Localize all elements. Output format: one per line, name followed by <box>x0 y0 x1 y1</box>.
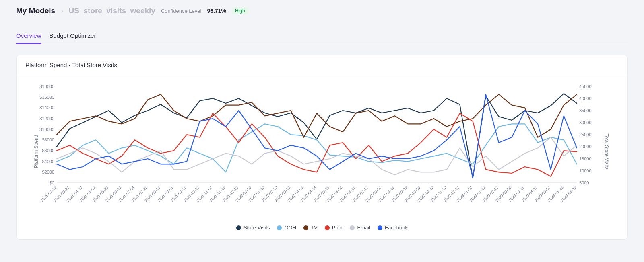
legend-dot-icon <box>277 225 282 230</box>
svg-text:$12000: $12000 <box>39 116 54 121</box>
breadcrumb-model: US_store_visits_weekly <box>68 6 155 15</box>
svg-text:$10000: $10000 <box>39 127 54 132</box>
legend-item[interactable]: Print <box>325 225 343 231</box>
svg-text:$0: $0 <box>50 180 54 185</box>
tabs: Overview Budget Optimizer <box>16 32 628 44</box>
svg-text:15000: 15000 <box>579 156 592 161</box>
legend: Store VisitsOOHTVPrintEmailFacebook <box>25 221 619 237</box>
svg-text:$2000: $2000 <box>42 170 54 174</box>
legend-item[interactable]: OOH <box>277 225 296 231</box>
legend-dot-icon <box>378 225 382 230</box>
legend-label: Email <box>357 225 370 231</box>
legend-label: OOH <box>284 225 296 231</box>
legend-label: Print <box>332 225 343 231</box>
svg-text:$4000: $4000 <box>42 159 54 164</box>
svg-text:45000: 45000 <box>579 84 592 89</box>
legend-dot-icon <box>236 225 241 230</box>
legend-dot-icon <box>303 225 308 230</box>
svg-text:30000: 30000 <box>579 120 592 125</box>
svg-text:40000: 40000 <box>579 96 592 101</box>
legend-label: TV <box>311 225 318 231</box>
legend-item[interactable]: TV <box>303 225 318 231</box>
svg-text:$6000: $6000 <box>42 148 54 153</box>
chart-svg[interactable]: $0$2000$4000$6000$8000$10000$12000$14000… <box>25 82 601 219</box>
legend-dot-icon <box>350 225 355 230</box>
tab-overview[interactable]: Overview <box>16 32 41 44</box>
svg-text:$14000: $14000 <box>39 105 54 110</box>
svg-text:$16000: $16000 <box>39 95 54 100</box>
y-right-axis-label: Total Store Visits <box>603 133 609 169</box>
svg-text:10000: 10000 <box>579 168 592 173</box>
confidence-label: Confidence Level <box>161 8 201 14</box>
tab-budget-optimizer[interactable]: Budget Optimizer <box>50 32 96 44</box>
legend-item[interactable]: Store Visits <box>236 225 270 231</box>
breadcrumb-root[interactable]: My Models <box>16 6 55 15</box>
breadcrumb: My Models › US_store_visits_weekly Confi… <box>16 6 628 15</box>
confidence-value: 96.71% <box>207 8 226 14</box>
legend-label: Store Visits <box>244 225 270 231</box>
card-title: Platform Spend - Total Store Visits <box>17 55 627 75</box>
svg-text:35000: 35000 <box>579 108 592 113</box>
chart-area[interactable]: Platform Spend Total Store Visits $0$200… <box>25 82 619 221</box>
y-left-axis-label: Platform Spend <box>33 135 39 168</box>
legend-dot-icon <box>325 225 330 230</box>
svg-text:25000: 25000 <box>579 132 592 137</box>
legend-item[interactable]: Email <box>350 225 370 231</box>
confidence-badge: High <box>232 7 248 14</box>
legend-label: Facebook <box>385 225 408 231</box>
svg-text:20000: 20000 <box>579 144 592 149</box>
svg-text:$8000: $8000 <box>42 137 54 142</box>
legend-item[interactable]: Facebook <box>378 225 408 231</box>
chart-card: Platform Spend - Total Store Visits Plat… <box>16 55 628 240</box>
svg-text:5000: 5000 <box>579 180 589 185</box>
chevron-right-icon: › <box>61 7 63 14</box>
svg-text:$18000: $18000 <box>39 84 54 89</box>
